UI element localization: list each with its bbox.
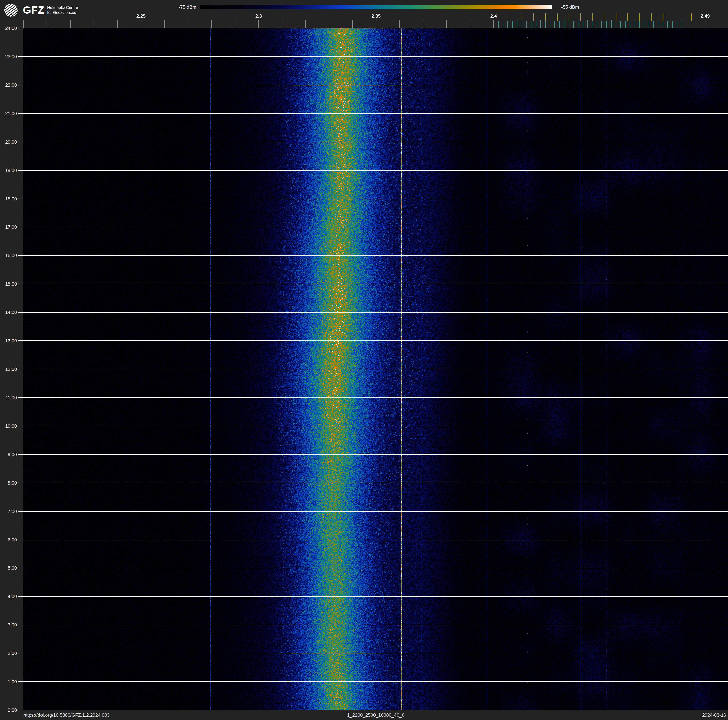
hour-gridline — [18, 28, 728, 28]
frequency-minor-tick — [352, 20, 353, 28]
ble-channel-tick — [658, 21, 659, 28]
ble-channel-tick — [526, 21, 527, 28]
ble-channel-tick — [630, 21, 630, 28]
ble-channel-tick — [498, 21, 499, 28]
hour-gridline — [18, 682, 728, 682]
ble-channel-tick — [625, 21, 626, 28]
hour-gridline — [18, 483, 728, 483]
wifi-channel-tick — [691, 14, 691, 21]
ble-channel-tick — [517, 21, 517, 28]
colorbar-max-label: -55 dBm — [561, 4, 599, 10]
hour-label: 9:00 — [0, 452, 17, 457]
frequency-minor-tick — [376, 20, 376, 28]
hour-gridline — [18, 227, 728, 227]
hour-gridline — [18, 710, 728, 710]
ble-channel-tick — [540, 21, 541, 28]
hour-gridline — [18, 199, 728, 199]
frequency-minor-tick — [705, 20, 705, 28]
ble-channel-tick — [583, 21, 583, 28]
hour-label: 8:00 — [0, 480, 17, 486]
hour-label: 13:00 — [0, 338, 17, 343]
hour-gridline — [18, 142, 728, 142]
hour-gridline — [18, 85, 728, 85]
wifi-channel-tick — [522, 14, 522, 21]
frequency-tick-label: 2.49 — [693, 13, 717, 19]
hour-label: 19:00 — [0, 167, 17, 173]
ble-channel-tick — [573, 21, 574, 28]
spectrogram-page: GFZ Helmholtz Centre for Geosciences -75… — [0, 0, 728, 720]
hour-label: 3:00 — [0, 622, 17, 628]
frequency-minor-tick — [94, 20, 94, 28]
gfz-logo: GFZ Helmholtz Centre for Geosciences — [4, 3, 78, 17]
hour-gridline — [18, 170, 728, 171]
ble-channel-tick — [550, 21, 550, 28]
hour-label: 0:00 — [0, 707, 17, 713]
hour-label: 12:00 — [0, 366, 17, 372]
ble-channel-tick — [677, 21, 677, 28]
logo-subtitle-line1: Helmholtz Centre — [47, 5, 78, 10]
hour-gridline — [18, 539, 728, 540]
colorbar — [200, 5, 552, 9]
hour-label: 11:00 — [0, 395, 17, 400]
ble-channel-tick — [522, 21, 522, 28]
wifi-channel-tick — [639, 14, 640, 21]
hour-label: 18:00 — [0, 196, 17, 202]
logo-subtitle-line2: for Geosciences — [47, 10, 76, 15]
hour-label: 5:00 — [0, 565, 17, 571]
ble-channel-tick — [508, 21, 508, 28]
frequency-minor-tick — [447, 20, 447, 28]
hour-label: 10:00 — [0, 423, 17, 429]
wifi-channel-tick — [533, 14, 534, 21]
logo-subtitle: Helmholtz Centre for Geosciences — [47, 5, 78, 15]
hour-label: 24:00 — [0, 25, 17, 31]
hour-gridline — [18, 653, 728, 654]
ble-channel-tick — [564, 21, 564, 28]
ble-channel-tick — [531, 21, 531, 28]
hour-gridline — [18, 369, 728, 369]
footer-doi: https://doi.org/10.5880/GFZ.1.2.2024.003 — [23, 712, 110, 718]
ble-channel-tick — [554, 21, 555, 28]
ble-channel-tick — [644, 21, 644, 28]
frequency-minor-tick — [282, 20, 282, 28]
hour-label: 4:00 — [0, 594, 17, 599]
frequency-tick-label: 2.35 — [364, 13, 388, 19]
frequency-minor-tick — [235, 20, 235, 28]
hour-label: 7:00 — [0, 509, 17, 514]
footer-date: 2024-03-16 — [702, 712, 726, 718]
hour-gridline — [18, 397, 728, 398]
ble-channel-tick — [663, 21, 663, 28]
wifi-channel-tick — [616, 14, 616, 21]
wifi-channel-tick — [627, 14, 628, 21]
hour-label: 21:00 — [0, 111, 17, 116]
frequency-minor-tick — [164, 20, 165, 28]
ble-channel-tick — [559, 21, 560, 28]
frequency-minor-tick — [70, 20, 71, 28]
hour-label: 2:00 — [0, 650, 17, 656]
frequency-minor-tick — [211, 20, 212, 28]
frequency-minor-tick — [329, 20, 329, 28]
frequency-minor-tick — [23, 20, 24, 28]
hour-gridline — [18, 57, 728, 57]
frequency-minor-tick — [188, 20, 188, 28]
colorbar-min-label: -75 dBm — [164, 4, 196, 10]
wifi-channel-tick — [592, 14, 593, 21]
hour-label: 1:00 — [0, 679, 17, 685]
ble-channel-tick — [639, 21, 640, 28]
wifi-channel-tick — [580, 14, 581, 21]
ble-channel-tick — [597, 21, 597, 28]
hour-label: 20:00 — [0, 139, 17, 145]
wifi-channel-tick — [545, 14, 546, 21]
ble-channel-tick — [653, 21, 654, 28]
hour-gridline — [18, 568, 728, 568]
hour-gridline — [18, 596, 728, 597]
hour-gridline — [18, 113, 728, 114]
hour-gridline — [18, 426, 728, 426]
ble-channel-tick — [667, 21, 668, 28]
ble-channel-tick — [621, 21, 621, 28]
frequency-minor-tick — [399, 20, 400, 28]
ble-channel-tick — [536, 21, 536, 28]
ble-channel-tick — [682, 21, 682, 28]
ble-channel-tick — [569, 21, 569, 28]
hour-label: 23:00 — [0, 54, 17, 60]
hour-label: 17:00 — [0, 224, 17, 230]
